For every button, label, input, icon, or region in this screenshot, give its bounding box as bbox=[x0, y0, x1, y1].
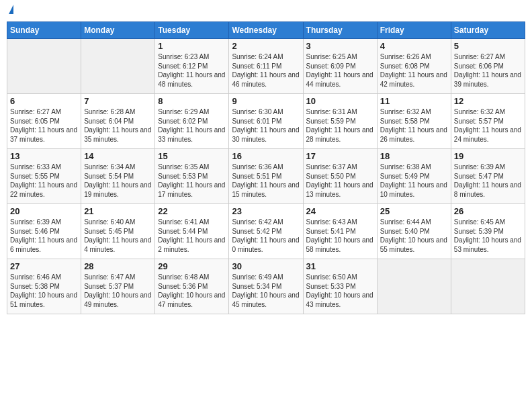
day-number: 2 bbox=[232, 41, 300, 51]
day-info: Sunrise: 6:47 AM Sunset: 5:37 PM Dayligh… bbox=[84, 273, 152, 309]
logo bbox=[7, 7, 13, 16]
calendar-cell bbox=[377, 259, 451, 314]
calendar-cell: 15Sunrise: 6:35 AM Sunset: 5:53 PM Dayli… bbox=[155, 149, 229, 204]
day-number: 26 bbox=[454, 206, 522, 216]
day-info: Sunrise: 6:23 AM Sunset: 6:12 PM Dayligh… bbox=[158, 52, 226, 89]
weekday-header-tuesday: Tuesday bbox=[155, 22, 229, 39]
day-number: 23 bbox=[232, 206, 300, 216]
day-number: 12 bbox=[454, 96, 522, 106]
day-info: Sunrise: 6:36 AM Sunset: 5:51 PM Dayligh… bbox=[232, 163, 300, 199]
day-info: Sunrise: 6:39 AM Sunset: 5:46 PM Dayligh… bbox=[10, 218, 78, 254]
calendar-header: SundayMondayTuesdayWednesdayThursdayFrid… bbox=[7, 22, 525, 39]
day-info: Sunrise: 6:38 AM Sunset: 5:49 PM Dayligh… bbox=[380, 163, 448, 199]
day-number: 31 bbox=[306, 261, 374, 271]
day-info: Sunrise: 6:27 AM Sunset: 6:05 PM Dayligh… bbox=[10, 107, 78, 144]
day-info: Sunrise: 6:43 AM Sunset: 5:41 PM Dayligh… bbox=[306, 218, 374, 254]
calendar-cell: 23Sunrise: 6:42 AM Sunset: 5:42 PM Dayli… bbox=[229, 204, 303, 259]
calendar-cell: 25Sunrise: 6:44 AM Sunset: 5:40 PM Dayli… bbox=[377, 204, 451, 259]
calendar-cell: 28Sunrise: 6:47 AM Sunset: 5:37 PM Dayli… bbox=[81, 259, 155, 314]
day-number: 7 bbox=[84, 96, 152, 106]
day-number: 25 bbox=[380, 206, 448, 216]
day-info: Sunrise: 6:32 AM Sunset: 5:58 PM Dayligh… bbox=[380, 107, 448, 144]
day-number: 16 bbox=[232, 151, 300, 161]
day-info: Sunrise: 6:44 AM Sunset: 5:40 PM Dayligh… bbox=[380, 218, 448, 254]
day-number: 19 bbox=[454, 151, 522, 161]
calendar-week-5: 27Sunrise: 6:46 AM Sunset: 5:38 PM Dayli… bbox=[7, 259, 525, 314]
day-number: 24 bbox=[306, 206, 374, 216]
day-number: 3 bbox=[306, 41, 374, 51]
day-info: Sunrise: 6:35 AM Sunset: 5:53 PM Dayligh… bbox=[158, 163, 226, 199]
day-number: 11 bbox=[380, 96, 448, 106]
calendar-cell: 30Sunrise: 6:49 AM Sunset: 5:34 PM Dayli… bbox=[229, 259, 303, 314]
day-info: Sunrise: 6:50 AM Sunset: 5:33 PM Dayligh… bbox=[306, 273, 374, 309]
day-info: Sunrise: 6:26 AM Sunset: 6:08 PM Dayligh… bbox=[380, 52, 448, 89]
day-info: Sunrise: 6:27 AM Sunset: 6:06 PM Dayligh… bbox=[454, 52, 522, 89]
calendar-cell: 24Sunrise: 6:43 AM Sunset: 5:41 PM Dayli… bbox=[303, 204, 377, 259]
day-info: Sunrise: 6:49 AM Sunset: 5:34 PM Dayligh… bbox=[232, 273, 300, 309]
calendar-cell: 21Sunrise: 6:40 AM Sunset: 5:45 PM Dayli… bbox=[81, 204, 155, 259]
calendar-cell: 9Sunrise: 6:30 AM Sunset: 6:01 PM Daylig… bbox=[229, 94, 303, 149]
calendar-cell: 27Sunrise: 6:46 AM Sunset: 5:38 PM Dayli… bbox=[7, 259, 81, 314]
day-info: Sunrise: 6:29 AM Sunset: 6:02 PM Dayligh… bbox=[158, 107, 226, 144]
day-number: 29 bbox=[158, 261, 226, 271]
page: SundayMondayTuesdayWednesdayThursdayFrid… bbox=[0, 0, 532, 411]
day-number: 13 bbox=[10, 151, 78, 161]
calendar-cell: 3Sunrise: 6:25 AM Sunset: 6:09 PM Daylig… bbox=[303, 39, 377, 94]
calendar-cell: 11Sunrise: 6:32 AM Sunset: 5:58 PM Dayli… bbox=[377, 94, 451, 149]
calendar-cell: 1Sunrise: 6:23 AM Sunset: 6:12 PM Daylig… bbox=[155, 39, 229, 94]
day-number: 14 bbox=[84, 151, 152, 161]
day-info: Sunrise: 6:30 AM Sunset: 6:01 PM Dayligh… bbox=[232, 107, 300, 144]
day-number: 8 bbox=[158, 96, 226, 106]
day-info: Sunrise: 6:39 AM Sunset: 5:47 PM Dayligh… bbox=[454, 163, 522, 199]
day-number: 15 bbox=[158, 151, 226, 161]
day-number: 9 bbox=[232, 96, 300, 106]
calendar-cell: 10Sunrise: 6:31 AM Sunset: 5:59 PM Dayli… bbox=[303, 94, 377, 149]
calendar-cell: 5Sunrise: 6:27 AM Sunset: 6:06 PM Daylig… bbox=[451, 39, 525, 94]
logo-triangle-icon bbox=[9, 5, 13, 14]
header bbox=[7, 7, 525, 16]
calendar-cell: 18Sunrise: 6:38 AM Sunset: 5:49 PM Dayli… bbox=[377, 149, 451, 204]
day-info: Sunrise: 6:42 AM Sunset: 5:42 PM Dayligh… bbox=[232, 218, 300, 254]
day-number: 22 bbox=[158, 206, 226, 216]
day-number: 17 bbox=[306, 151, 374, 161]
day-info: Sunrise: 6:48 AM Sunset: 5:36 PM Dayligh… bbox=[158, 273, 226, 309]
calendar-cell: 26Sunrise: 6:45 AM Sunset: 5:39 PM Dayli… bbox=[451, 204, 525, 259]
day-number: 30 bbox=[232, 261, 300, 271]
calendar-cell: 13Sunrise: 6:33 AM Sunset: 5:55 PM Dayli… bbox=[7, 149, 81, 204]
calendar-cell bbox=[451, 259, 525, 314]
calendar-cell bbox=[81, 39, 155, 94]
calendar-week-3: 13Sunrise: 6:33 AM Sunset: 5:55 PM Dayli… bbox=[7, 149, 525, 204]
calendar-table: SundayMondayTuesdayWednesdayThursdayFrid… bbox=[7, 21, 525, 314]
day-info: Sunrise: 6:34 AM Sunset: 5:54 PM Dayligh… bbox=[84, 163, 152, 199]
day-number: 5 bbox=[454, 41, 522, 51]
calendar-cell: 12Sunrise: 6:32 AM Sunset: 5:57 PM Dayli… bbox=[451, 94, 525, 149]
calendar-week-4: 20Sunrise: 6:39 AM Sunset: 5:46 PM Dayli… bbox=[7, 204, 525, 259]
day-number: 6 bbox=[10, 96, 78, 106]
calendar-cell: 2Sunrise: 6:24 AM Sunset: 6:11 PM Daylig… bbox=[229, 39, 303, 94]
day-info: Sunrise: 6:40 AM Sunset: 5:45 PM Dayligh… bbox=[84, 218, 152, 254]
calendar-week-2: 6Sunrise: 6:27 AM Sunset: 6:05 PM Daylig… bbox=[7, 94, 525, 149]
day-number: 27 bbox=[10, 261, 78, 271]
day-number: 21 bbox=[84, 206, 152, 216]
day-info: Sunrise: 6:45 AM Sunset: 5:39 PM Dayligh… bbox=[454, 218, 522, 254]
day-number: 18 bbox=[380, 151, 448, 161]
day-info: Sunrise: 6:28 AM Sunset: 6:04 PM Dayligh… bbox=[84, 107, 152, 144]
calendar-cell: 4Sunrise: 6:26 AM Sunset: 6:08 PM Daylig… bbox=[377, 39, 451, 94]
day-info: Sunrise: 6:33 AM Sunset: 5:55 PM Dayligh… bbox=[10, 163, 78, 199]
day-info: Sunrise: 6:41 AM Sunset: 5:44 PM Dayligh… bbox=[158, 218, 226, 254]
day-number: 28 bbox=[84, 261, 152, 271]
weekday-header-wednesday: Wednesday bbox=[229, 22, 303, 39]
day-info: Sunrise: 6:46 AM Sunset: 5:38 PM Dayligh… bbox=[10, 273, 78, 309]
calendar-cell: 6Sunrise: 6:27 AM Sunset: 6:05 PM Daylig… bbox=[7, 94, 81, 149]
calendar-cell: 16Sunrise: 6:36 AM Sunset: 5:51 PM Dayli… bbox=[229, 149, 303, 204]
day-info: Sunrise: 6:32 AM Sunset: 5:57 PM Dayligh… bbox=[454, 107, 522, 144]
calendar-cell: 7Sunrise: 6:28 AM Sunset: 6:04 PM Daylig… bbox=[81, 94, 155, 149]
weekday-header-row: SundayMondayTuesdayWednesdayThursdayFrid… bbox=[7, 22, 525, 39]
calendar-cell: 19Sunrise: 6:39 AM Sunset: 5:47 PM Dayli… bbox=[451, 149, 525, 204]
calendar-cell: 8Sunrise: 6:29 AM Sunset: 6:02 PM Daylig… bbox=[155, 94, 229, 149]
calendar-week-1: 1Sunrise: 6:23 AM Sunset: 6:12 PM Daylig… bbox=[7, 39, 525, 94]
calendar-cell: 29Sunrise: 6:48 AM Sunset: 5:36 PM Dayli… bbox=[155, 259, 229, 314]
calendar-cell: 17Sunrise: 6:37 AM Sunset: 5:50 PM Dayli… bbox=[303, 149, 377, 204]
day-info: Sunrise: 6:25 AM Sunset: 6:09 PM Dayligh… bbox=[306, 52, 374, 89]
calendar-cell: 20Sunrise: 6:39 AM Sunset: 5:46 PM Dayli… bbox=[7, 204, 81, 259]
